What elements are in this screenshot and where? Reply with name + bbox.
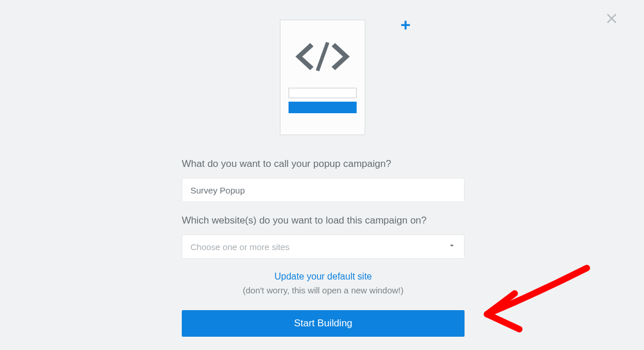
new-window-hint: (don't worry, this will open a new windo… (182, 285, 465, 295)
template-preview (280, 20, 365, 135)
campaign-name-input[interactable] (182, 178, 465, 202)
website-select[interactable]: Choose one or more sites (182, 234, 465, 259)
preview-input-field (289, 88, 357, 98)
update-default-site-link[interactable]: Update your default site (275, 271, 372, 282)
preview-button-bar (289, 102, 357, 113)
website-select-label: Which website(s) do you want to load thi… (182, 215, 465, 226)
arrow-annotation (474, 261, 596, 342)
chevron-down-icon (447, 241, 456, 252)
close-icon (604, 10, 620, 27)
close-button[interactable] (604, 10, 620, 27)
campaign-form: What do you want to call your popup camp… (182, 158, 465, 337)
campaign-name-label: What do you want to call your popup camp… (182, 158, 465, 170)
code-icon (294, 40, 351, 75)
start-building-button[interactable]: Start Building (182, 310, 465, 337)
plus-icon: + (400, 16, 411, 33)
website-select-placeholder: Choose one or more sites (190, 242, 290, 252)
